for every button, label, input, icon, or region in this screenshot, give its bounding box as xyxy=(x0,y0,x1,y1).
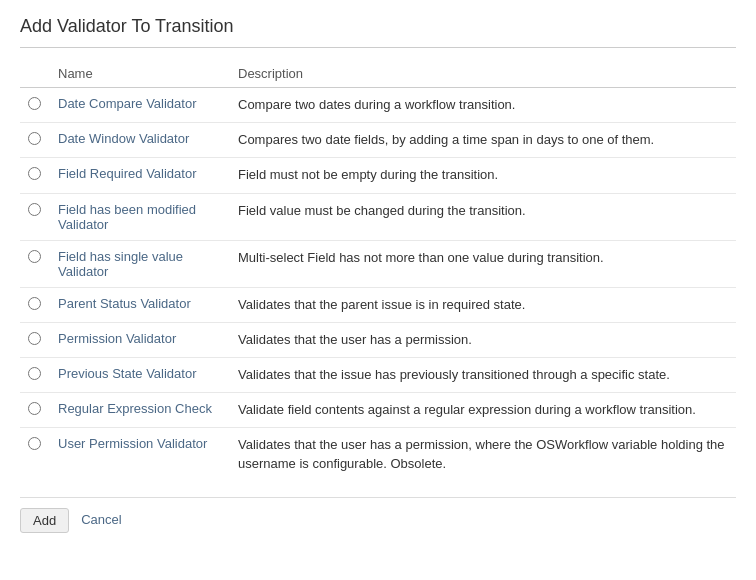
footer-buttons: Add Cancel xyxy=(20,497,736,533)
table-row: Date Window ValidatorCompares two date f… xyxy=(20,123,736,158)
radio-previous-state[interactable] xyxy=(28,367,41,380)
radio-date-compare[interactable] xyxy=(28,97,41,110)
table-row: Field has been modified ValidatorField v… xyxy=(20,193,736,240)
table-row: Field Required ValidatorField must not b… xyxy=(20,158,736,193)
name-link-date-window[interactable]: Date Window Validator xyxy=(58,131,189,146)
radio-user-permission[interactable] xyxy=(28,437,41,450)
radio-field-required[interactable] xyxy=(28,167,41,180)
name-link-field-single-value[interactable]: Field has single value Validator xyxy=(58,249,183,279)
name-cell-user-permission: User Permission Validator xyxy=(50,428,230,481)
desc-cell-date-window: Compares two date fields, by adding a ti… xyxy=(230,123,736,158)
name-link-field-modified[interactable]: Field has been modified Validator xyxy=(58,202,196,232)
desc-cell-user-permission: Validates that the user has a permission… xyxy=(230,428,736,481)
desc-cell-regex-check: Validate field contents against a regula… xyxy=(230,393,736,428)
desc-cell-field-required: Field must not be empty during the trans… xyxy=(230,158,736,193)
radio-date-window[interactable] xyxy=(28,132,41,145)
desc-cell-previous-state: Validates that the issue has previously … xyxy=(230,357,736,392)
name-cell-regex-check: Regular Expression Check xyxy=(50,393,230,428)
name-cell-permission: Permission Validator xyxy=(50,322,230,357)
page-container: Add Validator To Transition Name Descrip… xyxy=(0,0,756,549)
name-cell-date-window: Date Window Validator xyxy=(50,123,230,158)
validator-table: Name Description Date Compare ValidatorC… xyxy=(20,60,736,481)
table-row: Previous State ValidatorValidates that t… xyxy=(20,357,736,392)
table-row: Parent Status ValidatorValidates that th… xyxy=(20,287,736,322)
radio-field-modified[interactable] xyxy=(28,203,41,216)
name-link-user-permission[interactable]: User Permission Validator xyxy=(58,436,207,451)
name-link-previous-state[interactable]: Previous State Validator xyxy=(58,366,197,381)
radio-field-single-value[interactable] xyxy=(28,250,41,263)
table-header-row: Name Description xyxy=(20,60,736,88)
table-row: Permission ValidatorValidates that the u… xyxy=(20,322,736,357)
name-link-field-required[interactable]: Field Required Validator xyxy=(58,166,197,181)
radio-cell-regex-check[interactable] xyxy=(20,393,50,428)
name-cell-field-modified: Field has been modified Validator xyxy=(50,193,230,240)
name-link-parent-status[interactable]: Parent Status Validator xyxy=(58,296,191,311)
table-row: Date Compare ValidatorCompare two dates … xyxy=(20,88,736,123)
radio-cell-field-single-value[interactable] xyxy=(20,240,50,287)
radio-cell-parent-status[interactable] xyxy=(20,287,50,322)
add-button[interactable]: Add xyxy=(20,508,69,533)
radio-cell-date-compare[interactable] xyxy=(20,88,50,123)
radio-cell-date-window[interactable] xyxy=(20,123,50,158)
table-row: Field has single value ValidatorMulti-se… xyxy=(20,240,736,287)
name-cell-field-single-value: Field has single value Validator xyxy=(50,240,230,287)
col-radio xyxy=(20,60,50,88)
name-cell-parent-status: Parent Status Validator xyxy=(50,287,230,322)
name-cell-field-required: Field Required Validator xyxy=(50,158,230,193)
name-link-permission[interactable]: Permission Validator xyxy=(58,331,176,346)
desc-cell-permission: Validates that the user has a permission… xyxy=(230,322,736,357)
table-row: User Permission ValidatorValidates that … xyxy=(20,428,736,481)
col-description: Description xyxy=(230,60,736,88)
desc-cell-date-compare: Compare two dates during a workflow tran… xyxy=(230,88,736,123)
radio-cell-permission[interactable] xyxy=(20,322,50,357)
name-link-regex-check[interactable]: Regular Expression Check xyxy=(58,401,212,416)
radio-cell-field-modified[interactable] xyxy=(20,193,50,240)
desc-cell-field-modified: Field value must be changed during the t… xyxy=(230,193,736,240)
name-cell-date-compare: Date Compare Validator xyxy=(50,88,230,123)
cancel-button[interactable]: Cancel xyxy=(77,508,125,533)
radio-parent-status[interactable] xyxy=(28,297,41,310)
page-title: Add Validator To Transition xyxy=(20,16,736,48)
radio-cell-user-permission[interactable] xyxy=(20,428,50,481)
radio-cell-previous-state[interactable] xyxy=(20,357,50,392)
name-link-date-compare[interactable]: Date Compare Validator xyxy=(58,96,197,111)
table-row: Regular Expression CheckValidate field c… xyxy=(20,393,736,428)
radio-permission[interactable] xyxy=(28,332,41,345)
name-cell-previous-state: Previous State Validator xyxy=(50,357,230,392)
desc-cell-field-single-value: Multi-select Field has not more than one… xyxy=(230,240,736,287)
radio-regex-check[interactable] xyxy=(28,402,41,415)
radio-cell-field-required[interactable] xyxy=(20,158,50,193)
col-name: Name xyxy=(50,60,230,88)
desc-cell-parent-status: Validates that the parent issue is in re… xyxy=(230,287,736,322)
